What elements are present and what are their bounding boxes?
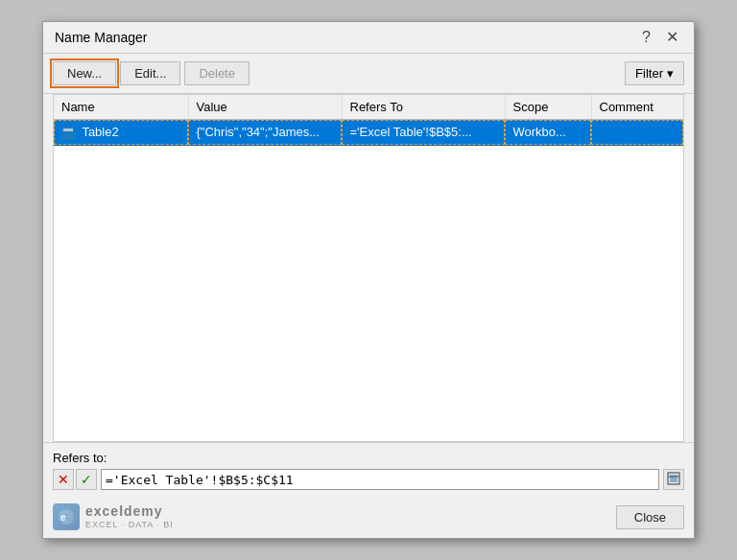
filter-label: Filter [635,66,663,81]
collapse-icon [667,472,680,488]
svg-text:e: e [60,512,66,523]
toolbar-left: New... Edit... Delete [53,61,250,85]
cancel-edit-button[interactable]: ✕ [53,469,74,490]
help-button[interactable]: ? [638,30,654,45]
names-table-area[interactable]: Name Value Refers To Scope Comment Table… [53,94,684,442]
logo-text: exceldemy EXCEL · DATA · BI [85,503,174,530]
exceldemy-logo: e exceldemy EXCEL · DATA · BI [53,503,174,530]
brand-name: exceldemy [85,503,174,520]
table-header-row: Name Value Refers To Scope Comment [54,95,683,120]
svg-rect-1 [670,475,678,482]
refers-to-label: Refers to: [53,451,684,465]
table-row[interactable]: Table2 {"Chris","34";"James... ='Excel T… [54,120,683,146]
cell-comment [591,120,683,146]
cell-refers-to: ='Excel Table'!$B$5:... [342,120,505,146]
title-actions: ? ✕ [638,30,682,45]
col-header-scope: Scope [505,95,591,120]
dialog-title: Name Manager [55,30,148,45]
brand-tagline: EXCEL · DATA · BI [85,520,174,530]
footer: e exceldemy EXCEL · DATA · BI Close [43,496,694,538]
confirm-icon: ✓ [81,472,92,487]
logo-icon: e [53,503,80,530]
delete-button[interactable]: Delete [184,61,250,85]
cancel-icon: ✕ [58,472,69,487]
cell-value: {"Chris","34";"James... [188,120,342,146]
collapse-button[interactable] [663,469,684,490]
table-icon [61,127,75,140]
cell-scope: Workbo... [505,120,591,146]
filter-button[interactable]: Filter ▾ [625,61,684,85]
refers-to-controls: ✕ ✓ [53,469,97,490]
refers-to-input[interactable] [101,469,659,490]
edit-button[interactable]: Edit... [120,61,180,85]
close-button[interactable]: Close [616,505,684,529]
names-table: Name Value Refers To Scope Comment Table… [54,95,683,146]
refers-to-bar: Refers to: ✕ ✓ [43,442,694,496]
new-button[interactable]: New... [53,61,116,85]
col-header-refers-to: Refers To [342,95,505,120]
col-header-comment: Comment [591,95,683,120]
cell-name: Table2 [54,120,188,146]
toolbar: New... Edit... Delete Filter ▾ [43,54,694,94]
filter-dropdown-icon: ▾ [667,66,674,81]
name-manager-dialog: Name Manager ? ✕ New... Edit... Delete F… [42,21,695,539]
confirm-edit-button[interactable]: ✓ [76,469,97,490]
dialog-close-button[interactable]: ✕ [662,30,682,45]
col-header-value: Value [188,95,342,120]
title-bar: Name Manager ? ✕ [43,22,694,54]
refers-to-input-row: ✕ ✓ [53,469,684,490]
col-header-name: Name [54,95,188,120]
cell-name-value: Table2 [82,125,118,139]
